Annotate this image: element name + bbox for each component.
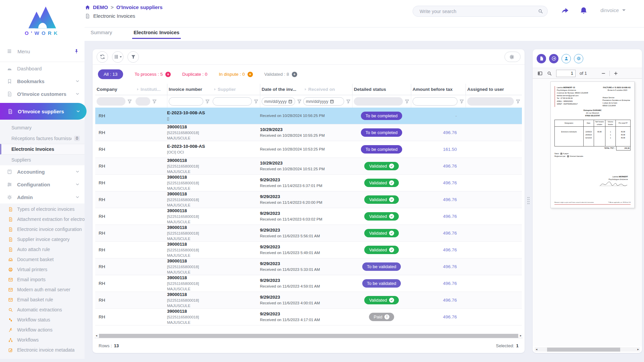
amount-link[interactable]: 496.76 — [411, 208, 466, 225]
amount-link[interactable]: 496.76 — [411, 292, 466, 308]
table-row[interactable]: RHE-2023-10-008-AS[]Received on 10/28/20… — [95, 108, 522, 124]
amount-link[interactable]: 496.76 — [411, 309, 466, 325]
sidebar-subitem-summary[interactable]: Summary — [0, 122, 85, 133]
scroll-right-arrow[interactable]: ▸ — [519, 334, 523, 337]
column-header-date-of-the-inv[interactable]: Date of the inv... — [260, 84, 302, 95]
search-icon[interactable] — [547, 71, 552, 76]
sidebar-item-admin[interactable]: Admin — [0, 191, 85, 203]
sidebar-subitem-electronic-invoices[interactable]: Electronic Invoices — [0, 144, 85, 155]
sidebar-subitem-document-basket[interactable]: Document basket — [0, 254, 85, 264]
plus-circle-icon[interactable]: + — [292, 72, 297, 77]
funnel-o-icon[interactable] — [297, 99, 302, 104]
share-button[interactable] — [560, 6, 569, 15]
sidebar-item-oinvoice-suppliers[interactable]: O'Invoice suppliers — [0, 103, 87, 120]
amount-link[interactable]: 496.76 — [411, 225, 466, 241]
filter-pill-validated[interactable]: Validated : 8+ — [264, 72, 297, 77]
amount-link[interactable]: 496.76 — [411, 275, 466, 292]
filter-pill-to-process[interactable]: To process : 5+ — [135, 72, 171, 77]
pin-icon[interactable] — [74, 49, 79, 54]
notifications-button[interactable] — [579, 6, 588, 15]
funnel-o-icon[interactable] — [152, 99, 157, 104]
filter-input-amount-before-tax[interactable] — [413, 97, 458, 106]
hamburger-icon[interactable] — [7, 49, 12, 54]
refresh-button[interactable] — [97, 51, 108, 63]
sidebar-subitem-auto-attach-rule[interactable]: Auto attach rule — [0, 244, 85, 254]
app-logo[interactable]: O'WORK — [0, 0, 85, 41]
table-row[interactable]: RH39000118[52251165800018] MAJUSCULE10/2… — [95, 158, 522, 175]
search-icon[interactable] — [538, 8, 543, 14]
sidebar-item-configuration[interactable]: Configuration — [0, 178, 85, 191]
column-header-company[interactable]: Company — [95, 84, 134, 95]
sidebar-subitem-electronic-invoice-configuration[interactable]: Electronic invoice configuration — [0, 224, 85, 234]
filter-pill-in-dispute[interactable]: In dispute : 0+ — [219, 72, 253, 77]
sidebar-subitem-email-basket-rule[interactable]: Email basket rule — [0, 295, 85, 305]
sidebar-subitem-r-ceptions-factures-fournisseurs[interactable]: Réceptions factures fournisseurs0 — [0, 133, 85, 144]
assign-user-button[interactable] — [561, 54, 571, 63]
table-row[interactable]: RH39000118[52251165800018] MAJUSCULE9/29… — [95, 258, 522, 275]
column-header-invoice-number[interactable]: Invoice number — [167, 84, 211, 95]
sidebar-subitem-supplier-invoice-category[interactable]: Supplier invoice category — [0, 234, 85, 244]
plus-circle-icon[interactable]: + — [248, 72, 253, 77]
pdf-settings-button[interactable] — [574, 54, 583, 63]
table-row[interactable]: RHE-2023-10-008-AS[OCI] OCIReceived on 1… — [95, 141, 522, 158]
sidebar-subitem-workflows[interactable]: Workflows — [0, 335, 85, 345]
sidebar-subitem-attachment-extraction-for-electron[interactable]: Attachment extraction for electron — [0, 214, 85, 224]
sidebar-item-accounting[interactable]: Accounting — [0, 165, 85, 178]
table-settings-button[interactable] — [504, 52, 521, 62]
table-row[interactable]: RH39000118[52251165800018] MAJUSCULE9/29… — [95, 292, 522, 309]
tab-electronic-invoices[interactable]: Electronic Invoices — [132, 28, 181, 39]
filter-input-invoice-number[interactable] — [169, 97, 203, 106]
search-input[interactable] — [419, 8, 538, 14]
amount-link[interactable]: 496.76 — [411, 175, 466, 191]
columns-button[interactable] — [112, 51, 123, 63]
table-row[interactable]: RH39000118[52251165800018] MAJUSCULE9/29… — [95, 208, 522, 225]
table-row[interactable]: RH39000118[52251165800018] MAJUSCULE9/29… — [95, 225, 522, 242]
amount-link[interactable]: 496.76 — [411, 258, 466, 275]
scrollbar-thumb[interactable] — [99, 334, 518, 338]
funnel-o-icon[interactable] — [405, 99, 410, 104]
panel-resizer-handle[interactable] — [527, 197, 530, 205]
filter-button[interactable] — [127, 51, 139, 63]
table-row[interactable]: RH39000118[52251165800018] MAJUSCULE10/2… — [95, 124, 522, 141]
amount-link[interactable]: 496.76 — [411, 124, 466, 141]
column-header-detailed-status[interactable]: Detailed status — [352, 84, 411, 95]
funnel-o-icon[interactable] — [459, 99, 464, 104]
sidebar-subitem-workflow-actions[interactable]: Workflow actions — [0, 325, 85, 335]
plus-circle-icon[interactable]: + — [165, 72, 171, 77]
open-invoice-button[interactable] — [549, 54, 558, 63]
filter-date-date-of-the-inv[interactable]: mm/dd/yyyy — [262, 97, 295, 106]
sidebar-subitem-automatic-extractions[interactable]: Automatic extractions — [0, 305, 85, 315]
table-row[interactable]: RH39000118[52251165800018] MAJUSCULE9/29… — [95, 191, 522, 208]
sidebar-subitem-suppliers[interactable]: Suppliers — [0, 155, 85, 165]
sidebar-menu-toggle[interactable]: Menu — [0, 41, 85, 62]
sidebar-subitem-modern-auth-email-server[interactable]: Modern auth email server — [0, 285, 85, 295]
page-number-input[interactable] — [556, 70, 576, 77]
scroll-left-arrow[interactable]: ◂ — [95, 334, 98, 337]
amount-link[interactable]: 496.76 — [411, 242, 466, 258]
sidebar-subitem-electronic-invoice-metadata[interactable]: Electronic invoice metadata — [0, 345, 85, 355]
download-pdf-button[interactable] — [537, 54, 546, 63]
amount-link[interactable]: 496.76 — [411, 158, 466, 174]
tab-summary[interactable]: Summary — [89, 28, 113, 39]
filter-pill-all[interactable]: All : 13 — [98, 69, 123, 79]
zoom-out-icon[interactable] — [601, 71, 606, 76]
funnel-o-icon[interactable] — [516, 99, 521, 104]
breadcrumb-home[interactable]: DEMO — [93, 4, 108, 10]
amount-link[interactable]: 496.76 — [411, 191, 466, 208]
sidebar-item-bookmarks[interactable]: Bookmarks — [0, 75, 85, 87]
breadcrumb-section[interactable]: O'Invoice suppliers — [116, 4, 163, 10]
column-header-assigned-to-user[interactable]: Assigned to user — [466, 84, 522, 95]
sidebar-subitem-email-imports[interactable]: Email imports — [0, 275, 85, 285]
table-row[interactable]: RH39000118[52251165800018] MAJUSCULE9/29… — [95, 275, 522, 292]
filter-date-received-on[interactable]: mm/dd/yyyy — [303, 97, 344, 106]
scrollbar-thumb[interactable] — [547, 348, 620, 352]
table-row[interactable]: RH39000118[52251165800018] MAJUSCULE9/29… — [95, 242, 522, 258]
sidebar-subitem-virtual-printers[interactable]: Virtual printers — [0, 264, 85, 275]
column-header-instituti[interactable]: Instituti... — [134, 84, 167, 95]
funnel-o-icon[interactable] — [127, 99, 132, 104]
filter-input-supplier[interactable] — [213, 97, 252, 106]
column-header-supplier[interactable]: Supplier — [211, 84, 260, 95]
column-header-received-on[interactable]: Received on — [302, 84, 352, 95]
funnel-o-icon[interactable] — [254, 99, 259, 104]
amount-link[interactable]: 161.50 — [411, 141, 466, 158]
